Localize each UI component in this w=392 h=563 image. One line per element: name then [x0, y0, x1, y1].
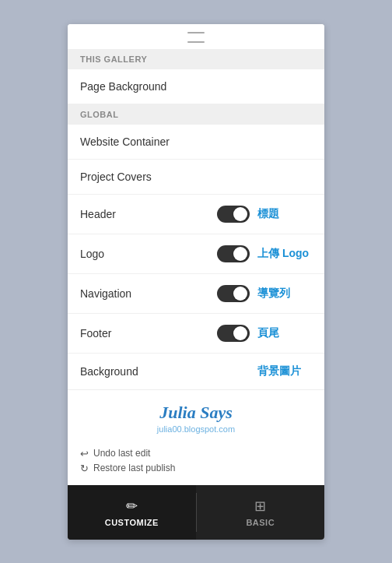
tab-customize[interactable]: ✏ CUSTOMIZE: [68, 485, 196, 540]
footer-label: Footer: [80, 327, 111, 340]
website-container-label: Website Container: [80, 135, 170, 148]
undo-last-edit[interactable]: ↩ Undo last edit: [80, 446, 312, 461]
undo-area: ↩ Undo last edit ↻ Restore last publish: [68, 440, 324, 485]
logo-toggle[interactable]: [217, 245, 250, 262]
navigation-annotation: 導覽列: [257, 287, 312, 301]
customize-panel: THIS GALLERY Page Background GLOBAL Webs…: [68, 24, 324, 540]
logo-right: 上傳 Logo: [217, 245, 312, 262]
basic-icon: ⊞: [254, 498, 266, 515]
header-label: Header: [80, 208, 116, 220]
undo-label: Undo last edit: [93, 448, 150, 459]
undo-icon: ↩: [80, 448, 89, 459]
navigation-label: Navigation: [80, 287, 131, 300]
footer-toggle[interactable]: [217, 325, 250, 342]
menu-item-page-background[interactable]: Page Background: [68, 69, 324, 104]
section-label-global: GLOBAL: [68, 104, 324, 125]
restore-last-publish[interactable]: ↻ Restore last publish: [80, 461, 312, 476]
drag-handle[interactable]: [68, 24, 324, 49]
section-label-this-gallery: THIS GALLERY: [68, 49, 324, 69]
navigation-toggle[interactable]: [217, 285, 250, 302]
navigation-right: 導覽列: [217, 285, 312, 302]
footer-annotation: 頁尾: [257, 326, 312, 340]
watermark-title: Julia Says: [80, 403, 312, 423]
watermark-url: julia00.blogspot.com: [80, 424, 312, 434]
menu-item-project-covers[interactable]: Project Covers: [68, 160, 324, 195]
menu-item-navigation[interactable]: Navigation 導覽列: [68, 274, 324, 314]
page-background-label: Page Background: [80, 80, 166, 93]
menu-item-background[interactable]: Background 背景圖片: [68, 354, 324, 389]
header-toggle[interactable]: [217, 206, 250, 223]
logo-annotation: 上傳 Logo: [257, 247, 312, 261]
customize-icon: ✏: [126, 498, 138, 515]
menu-item-header[interactable]: Header 標題: [68, 195, 324, 234]
basic-tab-label: BASIC: [246, 518, 275, 527]
menu-item-logo[interactable]: Logo 上傳 Logo: [68, 234, 324, 274]
restore-icon: ↻: [80, 463, 89, 474]
restore-label: Restore last publish: [93, 463, 175, 473]
menu-item-footer[interactable]: Footer 頁尾: [68, 314, 324, 354]
menu-item-website-container[interactable]: Website Container: [68, 125, 324, 160]
background-right: 背景圖片: [257, 364, 312, 378]
tab-basic[interactable]: ⊞ BASIC: [197, 485, 325, 540]
header-right: 標題: [217, 206, 312, 223]
handle-icon: [187, 32, 205, 43]
project-covers-label: Project Covers: [80, 171, 152, 183]
footer-right: 頁尾: [217, 325, 312, 342]
watermark-area: Julia Says julia00.blogspot.com: [68, 389, 324, 440]
header-annotation: 標題: [257, 207, 312, 221]
customize-tab-label: CUSTOMIZE: [105, 518, 159, 527]
logo-label: Logo: [80, 248, 104, 260]
background-label: Background: [80, 365, 138, 378]
bottom-bar: ✏ CUSTOMIZE ⊞ BASIC: [68, 485, 324, 540]
background-annotation: 背景圖片: [257, 364, 312, 378]
